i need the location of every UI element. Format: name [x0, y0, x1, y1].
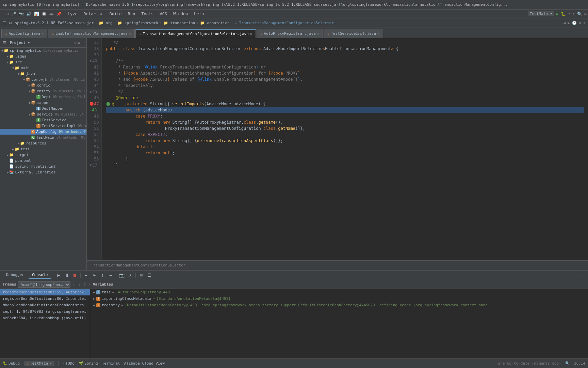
debug-toolbar-btn-evaluate[interactable]: 📷 — [118, 272, 126, 279]
var-this[interactable]: ▶ f this = {AutoProxyRegistrar@1449} — [90, 289, 588, 295]
tree-java[interactable]: ▼ 📁 java — [0, 71, 86, 77]
debug-tab-bottom[interactable]: 🐛 Debug — [3, 361, 20, 366]
tree-target[interactable]: ▶ 📁 target — [0, 152, 86, 158]
menu-run[interactable]: Run — [125, 11, 138, 17]
settings-btn[interactable]: ⚙ — [584, 12, 587, 16]
frames-filter[interactable]: ▽ — [83, 282, 87, 287]
frames-down[interactable]: ↓ — [77, 282, 81, 287]
alibaba-tab[interactable]: Alibaba Cloud View — [124, 361, 165, 366]
debug-toolbar-btn-stop[interactable]: ⏹ — [71, 272, 79, 279]
debug-toolbar-btn-step-out[interactable]: ↑ — [99, 272, 106, 279]
sidebar-toggle[interactable]: ☰ — [3, 21, 6, 25]
debug-btn[interactable]: 🐛 — [561, 12, 566, 16]
debug-toolbar-btn-watch[interactable]: ⚡ — [126, 272, 134, 279]
tree-idea[interactable]: ▶ 📁 .idea — [0, 53, 86, 59]
search-everywhere[interactable]: 🔍 — [577, 12, 582, 16]
breadcrumb-org[interactable]: 📁 org — [99, 21, 113, 25]
tab-transactionmgmt[interactable]: ☕ TransactionManagementConfigurationSele… — [135, 29, 256, 38]
menu-refactor[interactable]: Refactor — [81, 11, 106, 17]
sidebar-collapse[interactable]: — — [81, 41, 84, 45]
tab-testserviceimpl-close[interactable]: ✕ — [377, 32, 379, 35]
var-registry-arrow[interactable]: ▶ — [93, 303, 95, 307]
bottom-panel-expand[interactable]: ↕ — [583, 273, 585, 278]
breadcrumb-root[interactable]: 🗂 spring-tx-5.2.1.RELEASE-sources.jar — [9, 21, 94, 25]
menu-tools[interactable]: Tools — [138, 11, 156, 17]
tree-testserviceimpl[interactable]: ▶ C TestServiceImpl 0% metho... — [0, 123, 86, 129]
var-importing[interactable]: ▶ f importingClassMetadata = {StandardAn… — [90, 295, 588, 302]
tab-appconfig-close[interactable]: ✕ — [42, 32, 44, 35]
var-importing-arrow[interactable]: ▶ — [93, 297, 95, 301]
sidebar-gear[interactable]: ⚙ — [74, 41, 77, 45]
session-close[interactable]: ✕ — [49, 361, 52, 366]
var-registry[interactable]: ▶ f registry = {DefaultListableBeanFacto… — [90, 302, 588, 308]
frames-up[interactable]: ↑ — [72, 282, 76, 287]
tab-autoproxy[interactable]: ☕ AutoProxyRegistrar.java ✕ — [257, 29, 323, 38]
thread-selector[interactable]: *main*@1 in group *ma... — [18, 281, 70, 288]
test-main-session[interactable]: ☕ TestMain ✕ — [24, 361, 54, 366]
tree-extlibs[interactable]: ▶ 📚 External Libraries — [0, 169, 86, 175]
tree-src[interactable]: ▼ 📁 src — [0, 59, 86, 65]
breadcrumb-springframework[interactable]: 📁 springframework — [117, 21, 158, 25]
tree-testservice[interactable]: ▶ I TestService — [0, 117, 86, 123]
tree-service[interactable]: ▼ 📦 service 0% classes, 0% lines cov — [0, 111, 86, 117]
menu-help[interactable]: Help — [191, 11, 207, 17]
tree-resources[interactable]: ▶ 📁 resources — [0, 140, 86, 146]
debug-toolbar-btn-pause[interactable]: ⏸ — [63, 272, 70, 279]
debug-toolbar-btn-step-over[interactable]: ↩ — [82, 272, 90, 279]
settings-gear[interactable]: ⚙ — [579, 21, 581, 25]
status-search[interactable]: 🔍 — [565, 361, 570, 366]
coverage-btn[interactable]: ☂ — [568, 12, 570, 16]
nav-forward[interactable]: ▶ — [568, 21, 570, 25]
frame-0[interactable]: registerBeanDefinitions:59, AutoProxyReg… — [0, 289, 90, 295]
menu-lyze[interactable]: lyze — [65, 11, 80, 17]
spring-tab[interactable]: 🌱 Spring — [79, 361, 98, 366]
tree-root[interactable]: ▼ 📁 spring-mybatis D:\spring-mybatis — [0, 48, 86, 53]
tab-autoproxy-close[interactable]: ✕ — [317, 32, 319, 35]
debug-toolbar-btn-run-to-cursor[interactable]: → — [107, 272, 114, 279]
tree-comwjk[interactable]: ▼ 📦 com.wjk 0% classes, 0% lines cov — [0, 77, 86, 82]
debug-toolbar-btn-more[interactable]: ☰ — [146, 272, 153, 279]
menu-vcs[interactable]: VCS — [157, 11, 170, 17]
terminal-tab[interactable]: Terminal — [102, 361, 120, 366]
tree-main[interactable]: ▼ 📁 main — [0, 65, 86, 71]
tab-testserviceimpl[interactable]: ☕ TestServiceImpl.java ✕ — [324, 29, 383, 38]
tree-dept[interactable]: ▶ C Dept 0% methods, 0% lines — [0, 94, 86, 100]
profile-btn[interactable]: ⚡ — [573, 12, 575, 16]
expand-panel[interactable]: ↕ — [583, 21, 585, 25]
nav-back[interactable]: ◀ — [564, 21, 566, 25]
var-this-arrow[interactable]: ▶ — [93, 290, 95, 294]
tab-enabletransaction[interactable]: ☕ EnableTransactionManagement.java ✕ — [48, 29, 135, 38]
run-config-name[interactable]: TestMain ▾ — [528, 11, 554, 16]
tree-mapper[interactable]: ▼ 📦 mapper — [0, 100, 86, 106]
breadcrumb-annotation[interactable]: 📁 annotation — [200, 21, 230, 25]
tree-deptmapper[interactable]: ▶ I DeptMapper — [0, 106, 86, 111]
tab-appconfig[interactable]: ☕ AppConfig.java ✕ — [1, 29, 47, 38]
frame-4[interactable]: orEach:684, LinkedHashMap (java.util) — [0, 315, 90, 321]
tree-appconfig[interactable]: ▶ C AppConfig 0% methods, 0% li... — [0, 129, 86, 135]
tree-testmain[interactable]: ▶ C TestMain 0% methods, 0% li... — [0, 135, 86, 140]
menu-window[interactable]: Window — [170, 11, 191, 17]
tree-iml[interactable]: ▶ 📄 spring-mybatis.iml — [0, 164, 86, 169]
debug-toolbar-btn-settings[interactable]: ⊞ — [137, 272, 145, 279]
tab-transactionmgmt-close[interactable]: ✕ — [250, 32, 252, 36]
frame-1[interactable]: registerBeanDefinitions:86, ImportBeanDe… — [0, 295, 90, 302]
frame-3[interactable]: cept:-1, 943870983 (org.springframework.… — [0, 308, 90, 315]
tree-pomxml[interactable]: ▶ 📄 pom.xml — [0, 158, 86, 164]
code-content[interactable]: */ public class TransactionManagementCon… — [102, 38, 588, 260]
todo-tab[interactable]: ✓ TODo — [62, 361, 75, 366]
debug-toolbar-btn-step-into[interactable]: ↪ — [91, 272, 98, 279]
sidebar-settings[interactable]: ⚙ — [78, 41, 80, 45]
breadcrumb-class[interactable]: ☕ TransactionManagementConfigurationSele… — [234, 21, 333, 25]
tree-config[interactable]: ▶ 📦 config — [0, 82, 86, 88]
debug-toolbar-btn-resume[interactable]: ▶ — [55, 272, 62, 279]
menu-build[interactable]: Build — [107, 11, 124, 17]
tree-test[interactable]: ▶ 📁 test — [0, 146, 86, 152]
frame-2[interactable]: mbda$loadBeanDefinitionsFromRegistrars$1 — [0, 302, 90, 308]
tab-console[interactable]: Console — [29, 272, 51, 279]
recent-files[interactable]: 🕐 — [572, 21, 577, 25]
tab-debugger[interactable]: Debugger — [3, 272, 28, 279]
breadcrumb-transaction[interactable]: 📁 transaction — [163, 21, 195, 25]
tree-entity[interactable]: ▼ 📦 entity 0% classes, 0% lines cov — [0, 88, 86, 94]
tab-enabletransaction-close[interactable]: ✕ — [129, 32, 131, 35]
run-btn[interactable]: ▶ — [556, 12, 559, 16]
